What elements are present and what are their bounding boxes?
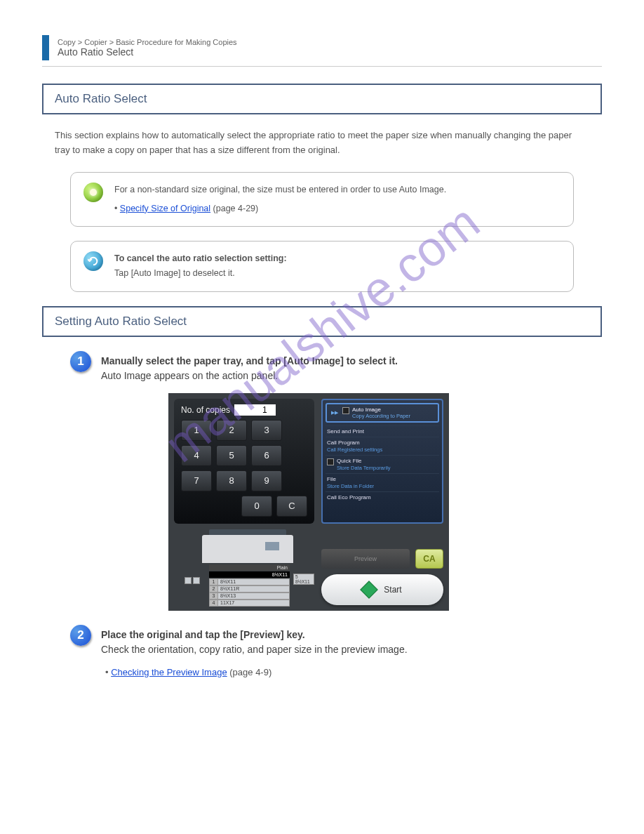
ca-button[interactable]: CA (415, 549, 443, 569)
tray-num: 5 (295, 574, 298, 579)
auto-image-sub: Copy According to Paper (352, 413, 410, 419)
key-0[interactable]: 0 (241, 496, 272, 517)
tray-size: 8½X11R (218, 586, 289, 592)
tray-size: 8½X11 (218, 579, 289, 585)
quick-file-item[interactable]: Quick File Store Data Temporarily (326, 455, 439, 473)
side-item-sub: Call Registered settings (327, 446, 438, 453)
step-2-link-block: • Checking the Preview Image (page 4-9) (105, 667, 602, 677)
page-title: Auto Ratio Select (58, 46, 237, 58)
tray-3[interactable]: 38½X13 (209, 593, 290, 600)
call-eco-item[interactable]: Call Eco Program (326, 491, 439, 503)
step-2-badge: 2 (70, 625, 91, 646)
copies-label: No. of copies (181, 405, 230, 415)
start-label: Start (384, 585, 401, 595)
key-3[interactable]: 3 (251, 420, 282, 441)
intro-text: This section explains how to automatical… (55, 128, 589, 158)
key-7[interactable]: 7 (181, 470, 212, 491)
step-2-title: Place the original and tap the [Preview]… (101, 629, 305, 640)
tray-plain-label: Plain (209, 564, 290, 571)
key-6[interactable]: 6 (251, 445, 282, 466)
tray-size: 8½X11 (295, 579, 310, 584)
page-header: Copy > Copier > Basic Procedure for Maki… (42, 35, 602, 67)
step-1-sub: Auto Image appears on the action panel. (101, 370, 278, 381)
copier-screenshot: No. of copies 1 1 2 3 4 5 6 7 8 9 0 C ▶▶ (168, 393, 449, 611)
side-item-label: Quick File (337, 458, 391, 464)
auto-image-label: Auto Image (352, 406, 410, 413)
tray-size: 8½X13 (218, 593, 289, 599)
step-2-body: Check the orientation, copy ratio, and p… (101, 644, 408, 655)
call-program-item[interactable]: Call Program Call Registered settings (326, 437, 439, 455)
section-title-setting: Setting Auto Ratio Select (42, 306, 602, 337)
key-1[interactable]: 1 (181, 420, 212, 441)
tray-size: 11X17 (218, 600, 289, 606)
side-item-label: Call Eco Program (327, 494, 438, 501)
auto-image-checkbox[interactable] (342, 407, 349, 414)
side-item-label: File (327, 476, 438, 482)
indicator-icon: ▶▶ (330, 410, 340, 416)
preview-button[interactable]: Preview (321, 549, 410, 569)
section-title-auto-ratio: Auto Ratio Select (42, 84, 602, 114)
tip-icon (83, 183, 103, 202)
specify-size-link[interactable]: Specify Size of Original (120, 204, 210, 213)
tray-num: 1 (210, 579, 218, 585)
file-item[interactable]: File Store Data in Folder (326, 473, 439, 491)
tip-link-page: (page 4-29) (213, 204, 259, 213)
send-and-print-item[interactable]: Send and Print (326, 425, 439, 437)
start-button[interactable]: Start (321, 574, 443, 605)
step-1-title: Manually select the paper tray, and tap … (101, 355, 398, 366)
cancel-heading: To cancel the auto ratio selection setti… (114, 253, 287, 263)
key-clear[interactable]: C (276, 496, 307, 517)
action-panel: ▶▶ Auto Image Copy According to Paper Se… (321, 399, 443, 524)
side-item-label: Send and Print (327, 428, 438, 435)
quick-file-checkbox[interactable] (327, 458, 334, 465)
tray-1[interactable]: 18½X11 (209, 578, 290, 585)
start-icon (361, 581, 378, 598)
step-2: 2 Place the original and tap the [Previe… (70, 625, 602, 657)
side-item-label: Call Program (327, 439, 438, 446)
auto-image-item[interactable]: ▶▶ Auto Image Copy According to Paper (326, 403, 439, 423)
key-4[interactable]: 4 (181, 445, 212, 466)
side-item-sub: Store Data in Folder (327, 483, 438, 489)
copies-value[interactable]: 1 (234, 404, 276, 416)
breadcrumb: Copy > Copier > Basic Procedure for Maki… (58, 38, 237, 46)
tray-num: 3 (210, 593, 218, 599)
tip-box: For a non-standard size original, the si… (70, 172, 574, 227)
key-9[interactable]: 9 (251, 470, 282, 491)
accent-bar (42, 35, 49, 60)
preview-link[interactable]: Checking the Preview Image (111, 667, 227, 677)
printer-illustration: Plain 8½X11 18½X11 28½X11R 38½X13 411X17… (174, 535, 314, 605)
keypad-panel: No. of copies 1 1 2 3 4 5 6 7 8 9 0 C (174, 399, 314, 524)
cancel-icon (83, 251, 103, 271)
tray-5[interactable]: 5 8½X11 (293, 574, 314, 585)
tray-selected[interactable]: 8½X11 (209, 571, 290, 578)
key-5[interactable]: 5 (216, 445, 247, 466)
side-item-sub: Store Data Temporarily (337, 465, 391, 471)
cancel-body: Tap [Auto Image] to deselect it. (114, 268, 235, 278)
preview-link-page: (page 4-9) (229, 667, 271, 677)
step-1: 1 Manually select the paper tray, and ta… (70, 351, 602, 383)
tray-num: 4 (210, 600, 218, 606)
cancel-box: To cancel the auto ratio selection setti… (70, 241, 574, 292)
key-8[interactable]: 8 (216, 470, 247, 491)
key-2[interactable]: 2 (216, 420, 247, 441)
tray-4[interactable]: 411X17 (209, 600, 290, 607)
tip-link-row: • Specify Size of Original (page 4-29) (114, 201, 446, 216)
tray-num: 2 (210, 586, 218, 592)
tray-2[interactable]: 28½X11R (209, 585, 290, 593)
tip-text: For a non-standard size original, the si… (114, 183, 446, 197)
step-1-badge: 1 (70, 351, 91, 372)
